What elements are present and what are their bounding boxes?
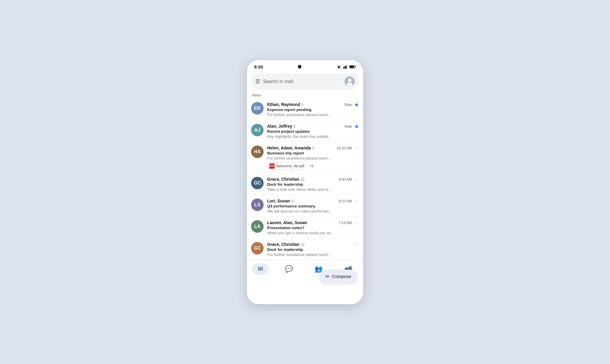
search-bar[interactable]: ☰ Search in mail xyxy=(251,74,359,90)
email-item[interactable]: GCGrace, Christian12Deck for leadershipF… xyxy=(247,238,363,260)
signal-icon xyxy=(343,65,348,69)
email-count: 2 xyxy=(291,199,293,203)
nav-item-mail[interactable]: ✉ xyxy=(252,263,269,275)
email-sender: Grace, Christian12 xyxy=(267,177,305,182)
email-header: Lauren, Alan, Susan7:15 AM xyxy=(267,220,352,225)
svg-point-11 xyxy=(348,79,351,82)
attachment-row: PDFAwesome_file.pdf+9 xyxy=(267,162,352,170)
email-item[interactable]: EREthan, Raymond5NowExpense report pendi… xyxy=(247,99,363,120)
email-time: 10:32 AM xyxy=(337,146,352,150)
email-avatar: ER xyxy=(251,102,264,115)
email-content: Helen, Adam, Amanda310:32 AMBusiness tri… xyxy=(267,146,352,170)
attachment-chip[interactable]: PDFAwesome_file.pdf xyxy=(267,162,308,170)
email-time: 8:22 AM xyxy=(339,199,352,203)
svg-rect-4 xyxy=(344,66,345,68)
email-time: 9:40 AM xyxy=(339,177,352,182)
email-content: Grace, Christian129:40 AMDeck for leader… xyxy=(267,177,352,192)
nav-icon-chat: 💬 xyxy=(285,265,293,273)
email-item[interactable]: AJAlan, Jeffrey3NowRecent project update… xyxy=(247,120,363,142)
email-time: 7:15 AM xyxy=(339,221,352,225)
email-header: Grace, Christian12 xyxy=(267,242,352,247)
email-actions: ★ xyxy=(354,124,359,129)
email-preview: For further assistance please reach... xyxy=(267,156,352,160)
email-subject: Presentation notes? xyxy=(267,226,352,230)
pdf-icon: PDF xyxy=(269,163,275,169)
svg-rect-5 xyxy=(346,65,346,68)
nav-item-chat[interactable]: 💬 xyxy=(279,263,299,275)
email-avatar: LA xyxy=(251,220,264,233)
email-subject: Q3 performance summary xyxy=(267,204,352,208)
email-subject: Business trip report xyxy=(267,151,352,155)
pencil-icon: ✏ xyxy=(325,273,330,280)
compose-label: Compose xyxy=(332,274,351,279)
phone-frame: 9:30 ☰ Search xyxy=(247,60,363,304)
star-button[interactable]: ★ xyxy=(354,124,359,129)
email-preview: When you get a chance could you se... xyxy=(267,231,352,235)
section-label: Inbox xyxy=(247,92,363,99)
star-button[interactable]: ☆ xyxy=(354,177,359,182)
email-content: Lori, Susan28:22 AMQ3 performance summar… xyxy=(267,199,352,213)
email-header: Lori, Susan28:22 AM xyxy=(267,199,352,203)
email-item[interactable]: LALauren, Alan, Susan7:15 AMPresentation… xyxy=(247,217,363,238)
nav-icon-mail: ✉ xyxy=(258,265,263,273)
email-subject: Deck for leadership xyxy=(267,247,352,252)
email-count: 5 xyxy=(301,103,303,107)
email-sender: Ethan, Raymond5 xyxy=(267,102,303,107)
email-avatar: GC xyxy=(251,242,264,254)
email-preview: Key highlights: the team has establi... xyxy=(267,134,352,139)
email-count: 3 xyxy=(293,124,295,129)
email-content: Alan, Jeffrey3NowRecent project updatesK… xyxy=(267,124,352,139)
email-preview: For further assistance please reach... xyxy=(267,113,352,117)
email-preview: For further assistance please reach... xyxy=(267,252,352,257)
svg-rect-9 xyxy=(350,65,354,68)
attachment-name: Awesome_file.pdf xyxy=(276,164,304,168)
menu-icon[interactable]: ☰ xyxy=(255,78,260,85)
star-button[interactable]: ★ xyxy=(354,102,359,107)
email-sender: Lauren, Alan, Susan xyxy=(267,220,307,225)
email-actions: ☆ xyxy=(354,242,359,247)
email-actions: ☆ xyxy=(354,199,359,204)
email-preview: Take a look over these slides and le... xyxy=(267,187,352,192)
email-subject: Deck for leadership xyxy=(267,182,352,187)
email-actions: ★ xyxy=(354,102,359,107)
star-button[interactable]: ☆ xyxy=(354,220,359,226)
battery-icon xyxy=(349,65,356,69)
star-button[interactable]: ☆ xyxy=(354,242,359,247)
search-placeholder: Search in mail xyxy=(263,79,342,84)
email-sender: Alan, Jeffrey3 xyxy=(267,124,295,129)
email-content: Lauren, Alan, Susan7:15 AMPresentation n… xyxy=(267,220,352,235)
email-header: Helen, Adam, Amanda310:32 AM xyxy=(267,146,352,150)
user-avatar[interactable] xyxy=(345,76,355,87)
email-content: Ethan, Raymond5NowExpense report pending… xyxy=(267,102,352,117)
email-subject: Recent project updates xyxy=(267,129,352,134)
email-subject: Expense report pending xyxy=(267,107,352,112)
email-content: Grace, Christian12Deck for leadershipFor… xyxy=(267,242,352,257)
email-actions: ☆ xyxy=(354,220,359,226)
svg-rect-8 xyxy=(355,66,356,68)
email-count: 3 xyxy=(312,146,314,150)
star-button[interactable]: ☆ xyxy=(354,199,359,204)
email-sender: Grace, Christian12 xyxy=(267,242,305,247)
email-count: 12 xyxy=(301,243,304,247)
email-header: Alan, Jeffrey3Now xyxy=(267,124,352,129)
status-time: 9:30 xyxy=(254,64,263,69)
email-preview: We will discuss our sales performan... xyxy=(267,209,352,213)
email-item[interactable]: HAHelen, Adam, Amanda310:32 AMBusiness t… xyxy=(247,142,363,173)
email-actions: ☆ xyxy=(354,177,359,182)
email-time: Now xyxy=(345,103,352,107)
star-button[interactable]: ☆ xyxy=(354,146,359,151)
status-icons xyxy=(336,65,356,69)
svg-rect-3 xyxy=(343,67,344,69)
email-header: Grace, Christian129:40 AM xyxy=(267,177,352,182)
email-count: 12 xyxy=(301,177,304,182)
email-avatar: LS xyxy=(251,199,264,211)
camera-dot xyxy=(298,65,301,68)
email-time: Now xyxy=(345,124,352,129)
compose-button[interactable]: ✏ Compose xyxy=(319,270,357,283)
email-avatar: AJ xyxy=(251,124,264,136)
email-sender: Lori, Susan2 xyxy=(267,199,293,203)
email-item[interactable]: GCGrace, Christian129:40 AMDeck for lead… xyxy=(247,173,363,195)
svg-rect-6 xyxy=(347,65,348,69)
email-item[interactable]: LSLori, Susan28:22 AMQ3 performance summ… xyxy=(247,195,363,217)
wifi-icon xyxy=(336,65,342,69)
